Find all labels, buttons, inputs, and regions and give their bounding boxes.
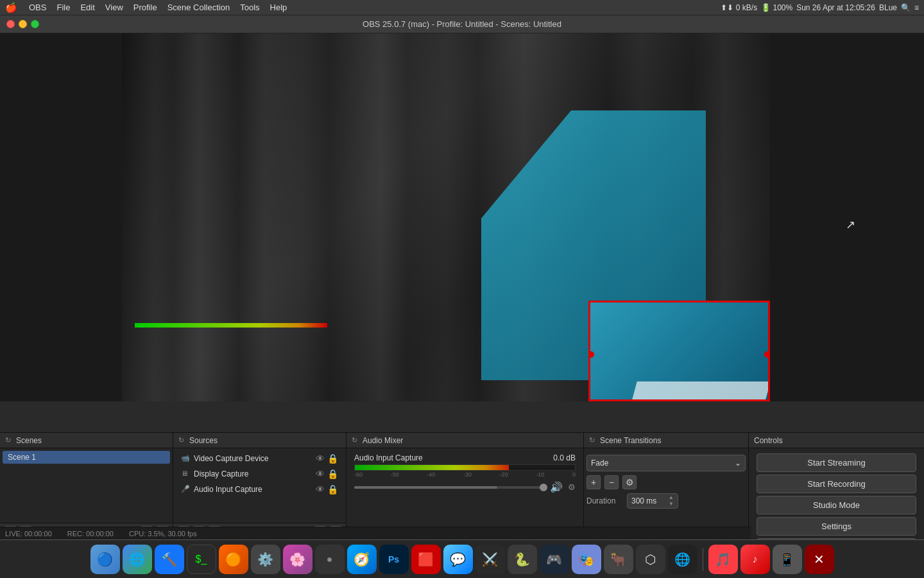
transitions-refresh-icon[interactable]: ↻ (589, 436, 595, 444)
studio-mode-button[interactable]: Studio Mode (757, 496, 916, 514)
source-item-display[interactable]: 🖥 Display Capture 👁 🔒 (176, 466, 343, 482)
dock-steam[interactable]: 🎮 (540, 545, 569, 574)
dock-terminal[interactable]: $_ (187, 545, 216, 574)
sources-panel-title: Sources (189, 436, 218, 445)
network-status: ⬆⬇ 0 kB/s (721, 3, 757, 12)
lock-icon-audio[interactable]: 🔒 (327, 484, 338, 495)
apple-menu[interactable]: 🍎 (5, 2, 17, 13)
mute-icon[interactable]: 🔊 (550, 481, 563, 493)
audio-meter-track (354, 464, 576, 471)
volume-knob[interactable] (540, 484, 547, 491)
dock-mobile[interactable]: 📱 (773, 545, 802, 574)
audio-channel-name: Audio Input Capture (354, 453, 423, 462)
close-button[interactable] (6, 20, 15, 28)
tools-menu[interactable]: Tools (235, 0, 264, 15)
duration-label: Duration (586, 496, 622, 505)
transition-settings-button[interactable]: ⚙ (622, 475, 637, 489)
settings-button[interactable]: Settings (757, 517, 916, 536)
transition-select[interactable]: Fade ⌄ (586, 455, 746, 471)
remove-transition-button[interactable]: − (604, 475, 619, 489)
dock-hex-app[interactable]: ⬡ (636, 545, 665, 574)
source-item-video[interactable]: 📹 Video Capture Device 👁 🔒 (176, 451, 343, 466)
dock-snake[interactable]: 🐍 (508, 545, 537, 574)
source-label-display: Display Capture (194, 469, 248, 478)
file-menu[interactable]: File (51, 0, 75, 15)
dock-xcode[interactable]: 🔨 (155, 545, 184, 574)
preview-area: ↗ (0, 33, 924, 401)
dock-chrome[interactable]: 🌐 (123, 545, 152, 574)
left-sidebar (0, 33, 122, 401)
scene-item[interactable]: Scene 1 (3, 451, 170, 464)
display-capture-icon: 🖥 (181, 469, 190, 478)
sources-panel: ↻ Sources 📹 Video Capture Device 👁 🔒 🖥 D… (173, 433, 346, 539)
start-streaming-button[interactable]: Start Streaming (757, 453, 916, 472)
volume-slider[interactable] (354, 486, 545, 489)
scenes-refresh-icon[interactable]: ↻ (5, 436, 11, 444)
edit-menu[interactable]: Edit (75, 0, 99, 15)
scene-collection-menu[interactable]: Scene Collection (162, 0, 235, 15)
controls-content: Start Streaming Start Recording Studio M… (749, 448, 924, 539)
dock-itunes[interactable]: ♪ (740, 545, 770, 574)
dock-app1[interactable]: ⚙️ (251, 545, 280, 574)
help-menu[interactable]: Help (265, 0, 293, 15)
scenes-panel-title: Scenes (16, 436, 42, 445)
dock-app3[interactable]: 🐂 (604, 545, 633, 574)
audio-mixer-title: Audio Mixer (363, 436, 403, 445)
menu-list-icon[interactable]: ≡ (914, 3, 919, 12)
transitions-content: Fade ⌄ + − ⚙ Duration 300 ms ▲ ▼ (584, 448, 748, 539)
dock-divider (703, 548, 703, 571)
cursor-indicator: ↗ (846, 218, 855, 232)
audio-mixer-header: ↻ Audio Mixer (346, 433, 583, 448)
dock-app2[interactable]: 🟥 (411, 545, 441, 574)
maximize-button[interactable] (31, 20, 39, 28)
dock-discord[interactable]: 🎭 (572, 545, 601, 574)
dock-vlc[interactable]: 🟠 (219, 545, 248, 574)
minimize-button[interactable] (19, 20, 27, 28)
eye-icon-display[interactable]: 👁 (316, 469, 325, 479)
clock: Sun 26 Apr at 12:05:26 (796, 3, 875, 12)
scenes-panel-content: Scene 1 (0, 448, 173, 523)
duration-down[interactable]: ▼ (669, 501, 674, 507)
menu-bar: 🍎 OBS File Edit View Profile Scene Colle… (0, 0, 924, 15)
profile-menu[interactable]: Profile (128, 0, 162, 15)
lock-icon-video[interactable]: 🔒 (327, 453, 338, 464)
start-recording-button[interactable]: Start Recording (757, 475, 916, 493)
dock-close-app[interactable]: ✕ (805, 545, 834, 574)
dock-obs[interactable]: ● (315, 545, 345, 574)
audio-settings-icon[interactable]: ⚙ (568, 482, 576, 492)
obs-menu[interactable]: OBS (24, 0, 51, 15)
search-icon[interactable]: 🔍 (901, 3, 911, 12)
dock-messages[interactable]: 💬 (443, 545, 473, 574)
scenes-panel: ↻ Scenes Scene 1 + − ▲ ▼ (0, 433, 173, 539)
sources-refresh-icon[interactable]: ↻ (178, 436, 184, 444)
dock-globe-app[interactable]: 🌐 (668, 545, 697, 574)
duration-input[interactable]: 300 ms ▲ ▼ (627, 493, 678, 509)
preview-canvas[interactable] (122, 33, 770, 401)
add-transition-button[interactable]: + (586, 475, 601, 489)
audio-refresh-icon[interactable]: ↻ (352, 436, 357, 444)
dock-vs[interactable]: ⚔️ (475, 545, 505, 574)
controls-header: Controls (749, 433, 924, 448)
dock-finder[interactable]: 🔵 (90, 545, 120, 574)
preview-subwindow-highlight (632, 381, 770, 399)
eye-icon-video[interactable]: 👁 (316, 453, 325, 464)
dock-safari[interactable]: 🧭 (347, 545, 377, 574)
duration-up[interactable]: ▲ (669, 495, 674, 501)
tick-marks: -60 -50 -40 -30 -20 -10 0 (354, 471, 576, 478)
source-label-video: Video Capture Device (194, 454, 269, 463)
live-status: LIVE: 00:00:00 (5, 530, 52, 538)
preview-subwindow[interactable] (588, 301, 770, 401)
audio-bar-preview (135, 323, 327, 328)
dock-music[interactable]: 🎵 (708, 545, 738, 574)
view-menu[interactable]: View (100, 0, 128, 15)
source-item-audio[interactable]: 🎤 Audio Input Capture 👁 🔒 (176, 482, 343, 497)
eye-icon-audio[interactable]: 👁 (316, 484, 325, 495)
duration-spinner: ▲ ▼ (669, 495, 674, 507)
audio-mixer-panel: ↻ Audio Mixer Audio Input Capture 0.0 dB… (346, 433, 584, 539)
dock-obsidian[interactable]: 🌸 (283, 545, 312, 574)
duration-row: Duration 300 ms ▲ ▼ (586, 493, 746, 509)
lock-icon-display[interactable]: 🔒 (327, 469, 338, 479)
scenes-panel-header: ↻ Scenes (0, 433, 173, 448)
dock-photoshop[interactable]: Ps (379, 545, 409, 574)
handle-right (764, 351, 770, 358)
